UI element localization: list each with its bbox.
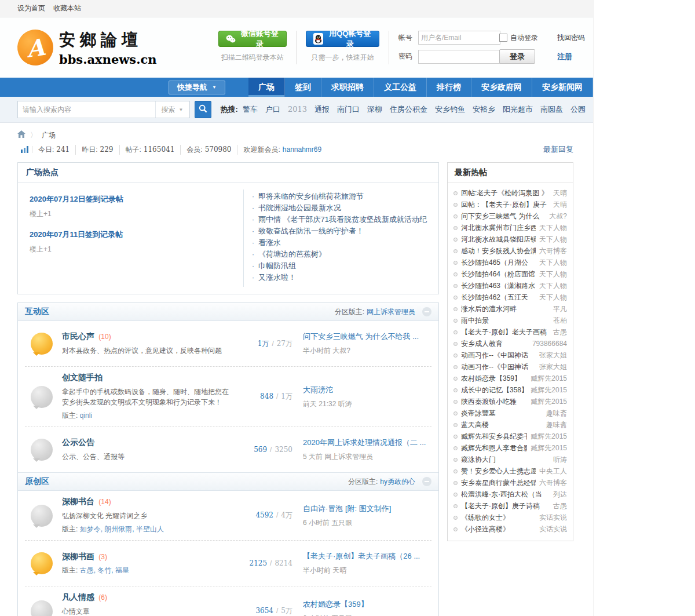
lastpost-link[interactable]: 农村婚恋录【359】 bbox=[303, 599, 431, 610]
forum-title-link[interactable]: 深柳书画 bbox=[62, 552, 94, 561]
hotspot-thread-link[interactable]: 《荷塘边的芭蕉树》 bbox=[258, 250, 326, 258]
signin-record-link[interactable]: 2020年07月11日签到记录帖 bbox=[30, 230, 123, 239]
category-mod-link[interactable]: 网上诉求管理员 bbox=[367, 307, 415, 317]
forum-title-link[interactable]: 创文随手拍 bbox=[62, 373, 103, 382]
forum-moderator-links[interactable]: 如梦令, 朗州愀雨, 半壁山人 bbox=[80, 525, 164, 533]
nav-item[interactable]: 安乡新闻网 bbox=[532, 78, 593, 97]
collapse-minus-icon[interactable] bbox=[422, 477, 431, 486]
category-mod-link[interactable]: hy勇敢的心 bbox=[380, 477, 415, 487]
hot-keyword-link[interactable]: 南门口 bbox=[337, 105, 360, 114]
hot-keyword-link[interactable]: 户口 bbox=[265, 105, 280, 114]
search-button[interactable] bbox=[195, 101, 211, 118]
auto-login-checkbox[interactable] bbox=[499, 34, 507, 42]
account-input[interactable] bbox=[418, 31, 500, 45]
forum-title-link[interactable]: 市民心声 bbox=[62, 331, 94, 341]
hot-thread-link[interactable]: 回帖：【老夫子·原创】庚子 bbox=[461, 200, 550, 210]
lastpost-link[interactable]: 2020年网上诉求处理情况通报（二 ... bbox=[303, 438, 431, 448]
hotspot-thread-link[interactable]: 巾帼防汛组 bbox=[258, 261, 296, 270]
hot-keyword-link[interactable]: 南圆盘 bbox=[540, 105, 563, 114]
nav-item[interactable]: 安乡政府网 bbox=[471, 78, 532, 97]
site-logo[interactable]: A 安鄉論壇 bbs.axnews.cn bbox=[17, 29, 202, 67]
hot-keyword-link[interactable]: 警车 bbox=[243, 105, 258, 114]
forum-title-link[interactable]: 凡人情感 bbox=[62, 592, 94, 602]
forum-title-link[interactable]: 深柳书台 bbox=[62, 497, 94, 506]
hot-thread-link[interactable]: 【老夫子·原创】老夫子画稿 bbox=[461, 327, 550, 337]
hot-thread-link[interactable]: 陕西秦渡镇小吃雅 bbox=[461, 397, 527, 407]
hot-thread-link[interactable]: 松澧洪峰·东·西拍大松（当 bbox=[461, 490, 550, 500]
find-password-link[interactable]: 找回密码 bbox=[557, 33, 593, 43]
hot-thread-link[interactable]: 长沙随拍462（五江天 bbox=[461, 293, 536, 302]
lastpost-link[interactable]: 自由诗·冒泡 [附: 图文制作] bbox=[303, 504, 431, 514]
hot-thread-link[interactable]: 雨中拍景 bbox=[461, 316, 550, 326]
hot-thread-link[interactable]: 农村婚恋录【359】 bbox=[461, 374, 527, 384]
hot-thread-link[interactable]: 长沙随拍465（月湖公 bbox=[461, 258, 536, 268]
hot-thread-link[interactable]: 问下安乡三峡燃气 为什么 bbox=[461, 212, 546, 221]
hot-keyword-link[interactable]: 阳光超市 bbox=[503, 105, 533, 114]
hot-keyword-link[interactable]: 深柳 bbox=[367, 105, 382, 114]
auto-login-option[interactable]: 自动登录 bbox=[499, 33, 557, 43]
hotspot-thread-link[interactable]: 看涨水 bbox=[258, 238, 281, 247]
signin-record-link[interactable]: 2020年07月12日签到记录帖 bbox=[30, 195, 123, 203]
hot-thread-link[interactable]: 成长中的记忆【358】 bbox=[461, 385, 527, 395]
hot-thread-link[interactable]: 河北衡水冀州市门庄乡西 bbox=[461, 223, 536, 233]
hot-keyword-link[interactable]: 安乡钓鱼 bbox=[435, 105, 465, 114]
hot-thread-link[interactable]: 回帖:老夫子《松岭泻泉图 》 bbox=[461, 188, 550, 198]
search-input[interactable] bbox=[18, 103, 155, 116]
hot-thread-link[interactable]: 长沙随拍463（潇湘路水 bbox=[461, 281, 536, 291]
category-title-link[interactable]: 原创区 bbox=[25, 476, 49, 487]
hot-thread-link[interactable]: 【老夫子·原创】庚子诗稿 bbox=[461, 501, 550, 511]
home-icon[interactable] bbox=[17, 130, 25, 140]
hot-thread-link[interactable]: 动画习作--《中国神话 bbox=[461, 351, 536, 360]
nav-item[interactable]: 广场 bbox=[248, 78, 285, 97]
hot-keyword-link[interactable]: 安裕乡 bbox=[473, 105, 495, 114]
hot-thread-link[interactable]: 安乡成人教育 bbox=[461, 339, 529, 349]
collapse-minus-icon[interactable] bbox=[422, 307, 431, 316]
password-input[interactable] bbox=[418, 50, 500, 64]
hot-thread-link[interactable]: 《练歌的女士》 bbox=[461, 513, 536, 523]
hotspot-thread-link[interactable]: 又涨水啦！ bbox=[258, 273, 296, 282]
hot-keyword-link[interactable]: 住房公积金 bbox=[390, 105, 427, 114]
category-title-link[interactable]: 互动区 bbox=[25, 307, 49, 317]
hot-thread-link[interactable]: 长沙随拍464（粉店面馆 bbox=[461, 269, 536, 279]
hot-keyword-link[interactable]: 通报 bbox=[314, 105, 330, 114]
lastpost-link[interactable]: 问下安乡三峡燃气 为什么不给我 ... bbox=[303, 331, 431, 342]
nav-item[interactable]: 签到 bbox=[285, 78, 321, 97]
hot-thread-link[interactable]: 感动！安乡肢残人协会满 bbox=[461, 246, 536, 256]
lastpost-link[interactable]: 【老夫子·原创】老夫子画稿（26 ... bbox=[303, 551, 431, 562]
topbar-link[interactable]: 收藏本站 bbox=[53, 4, 81, 12]
register-link[interactable]: 注册 bbox=[557, 52, 593, 62]
forum-moderator-links[interactable]: qinli bbox=[80, 411, 92, 420]
wechat-login-button[interactable]: 微信账号登录 bbox=[218, 31, 287, 47]
hotspot-thread-link[interactable]: 书院洲湿地公园最新水况 bbox=[258, 203, 341, 212]
forum-title-link[interactable]: 公示公告 bbox=[62, 438, 94, 447]
hot-thread-link[interactable]: 蓝天高楼 bbox=[461, 420, 543, 430]
hot-thread-link[interactable]: 赞！安乡爱心人士携志愿 bbox=[461, 466, 536, 476]
qq-login-button[interactable]: 用QQ帐号登录 bbox=[306, 31, 379, 47]
hotspot-thread-link[interactable]: 即将来临的安乡仙桃荷花旅游节 bbox=[258, 192, 364, 201]
hotspot-thread-link[interactable]: 雨中情 《老干部庆71我看脱贫攻坚战新成就活动纪 bbox=[258, 215, 427, 224]
nav-item[interactable]: 排行榜 bbox=[427, 78, 471, 97]
search-scope-select[interactable]: 搜索 ▼ bbox=[155, 101, 189, 118]
lastpost-link[interactable]: 大雨滂沱 bbox=[303, 385, 431, 395]
hot-thread-link[interactable]: 安乡泰星商行蒙牛总经销 bbox=[461, 478, 536, 488]
latest-reply-link[interactable]: 最新回复 bbox=[543, 144, 573, 155]
login-button[interactable]: 登录 bbox=[499, 49, 535, 64]
newest-member-link[interactable]: hannahmr69 bbox=[283, 145, 321, 154]
hot-keyword-link[interactable]: 2013 bbox=[288, 105, 307, 114]
hot-thread-link[interactable]: 动画习作--《中国神话 bbox=[461, 362, 536, 372]
hot-thread-link[interactable]: 涨水后的澧水河畔 bbox=[461, 304, 550, 314]
quick-nav-button[interactable]: 快捷导航 ▼ bbox=[169, 81, 225, 94]
hot-thread-link[interactable]: 《小径连高楼》 bbox=[461, 524, 536, 534]
breadcrumb-current[interactable]: 广场 bbox=[42, 130, 56, 140]
topbar-link[interactable]: 设为首页 bbox=[17, 4, 45, 12]
hot-thread-link[interactable]: 臧辉先和安乡县纪委干 bbox=[461, 432, 527, 442]
hot-thread-link[interactable]: 窥泳协大门 bbox=[461, 455, 550, 465]
nav-item[interactable]: 求职招聘 bbox=[321, 78, 374, 97]
forum-moderator-links[interactable]: 古愚, 冬竹, 福星 bbox=[80, 566, 129, 574]
hot-thread-link[interactable]: 炎帝詠豐墓 bbox=[461, 409, 543, 418]
hot-thread-link[interactable]: 臧辉先和恩人李君合影 bbox=[461, 443, 527, 453]
hot-thread-link[interactable]: 河北衡水故城县饶阳店镇 bbox=[461, 235, 536, 245]
nav-item[interactable]: 义工公益 bbox=[374, 78, 427, 97]
hotspot-thread-link[interactable]: 致敬奋战在防汛一线的守护者！ bbox=[258, 227, 364, 235]
hot-keyword-link[interactable]: 公园 bbox=[570, 105, 586, 114]
